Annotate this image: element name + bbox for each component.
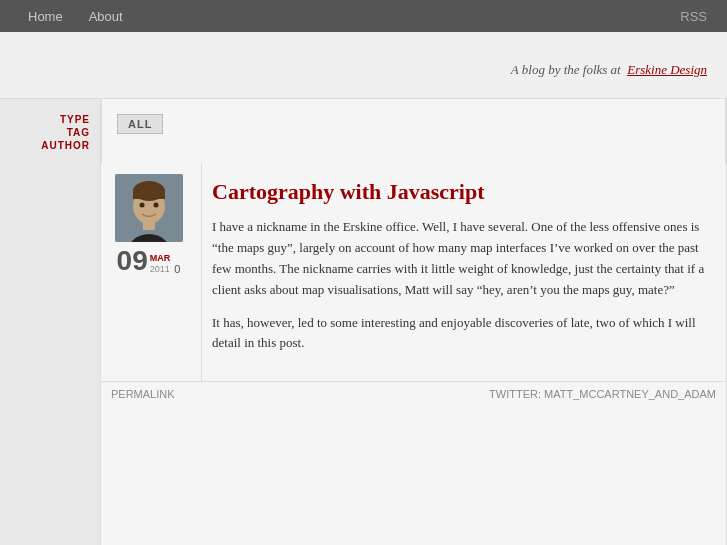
nav-rss[interactable]: RSS [680, 9, 707, 24]
filter-bar: ALL [117, 114, 710, 134]
nav-home[interactable]: Home [20, 5, 71, 28]
filter-area: ALL [101, 99, 726, 164]
tagline: A blog by the folks at Erskine Design [20, 62, 707, 78]
tagline-prefix: A blog by the folks at [511, 62, 621, 77]
post-permalink[interactable]: PERMALINK [111, 388, 175, 400]
nav-about[interactable]: About [81, 5, 131, 28]
post-paragraph-2: It has, however, led to some interesting… [212, 313, 706, 355]
svg-point-7 [153, 203, 158, 208]
content-area: TYPE TAG AUTHOR ALL [0, 99, 727, 545]
date-right: MAR 2011 [150, 253, 171, 275]
nav-links: Home About [20, 5, 131, 28]
tagline-link[interactable]: Erskine Design [627, 62, 707, 77]
svg-point-6 [139, 203, 144, 208]
post-wrapper: 09 MAR 2011 0 Cartography with Javascrip… [101, 164, 726, 381]
navbar: Home About RSS [0, 0, 727, 32]
post-title[interactable]: Cartography with Javascript [212, 179, 706, 205]
main-content: ALL [100, 99, 727, 545]
post-text: I have a nickname in the Erskine office.… [212, 217, 706, 354]
post-footer: PERMALINK TWITTER: MATT_MCCARTNEY_AND_AD… [101, 381, 726, 406]
post-date-day: 09 [117, 247, 148, 275]
filter-all-button[interactable]: ALL [117, 114, 163, 134]
comment-count[interactable]: 0 [174, 263, 180, 275]
avatar [115, 174, 183, 242]
page-wrapper: A blog by the folks at Erskine Design TY… [0, 32, 727, 545]
post-meta: 09 MAR 2011 0 [101, 164, 201, 381]
post-date-year: 2011 [150, 264, 171, 275]
sidebar-author-label: AUTHOR [10, 140, 90, 151]
sidebar-tag-label: TAG [10, 127, 90, 138]
post-paragraph-1: I have a nickname in the Erskine office.… [212, 217, 706, 300]
sidebar: TYPE TAG AUTHOR [0, 99, 100, 545]
page-header: A blog by the folks at Erskine Design [0, 32, 727, 99]
post-twitter: TWITTER: MATT_MCCARTNEY_AND_ADAM [489, 388, 716, 400]
post-date-month: MAR [150, 253, 171, 264]
date-block: 09 MAR 2011 0 [117, 247, 181, 275]
sidebar-type-label: TYPE [10, 114, 90, 125]
post-body: Cartography with Javascript I have a nic… [201, 164, 726, 381]
svg-rect-5 [133, 191, 165, 199]
